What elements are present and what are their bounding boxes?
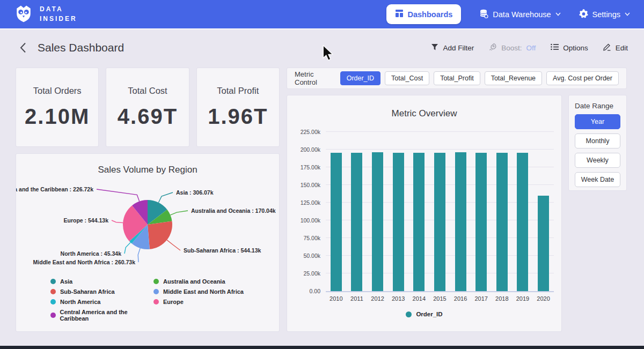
- options-label: Options: [563, 44, 588, 52]
- page-title: Sales Dashboard: [38, 41, 124, 54]
- edit-button[interactable]: Edit: [603, 43, 628, 53]
- database-icon: [479, 9, 488, 20]
- bar-2016[interactable]: [455, 152, 466, 291]
- metric-chip-total-revenue[interactable]: Total_Revenue: [485, 71, 542, 85]
- legend-item-north-america[interactable]: North America: [50, 299, 153, 305]
- legend-dot: [50, 313, 56, 318]
- date-range-monthly[interactable]: Monthly: [575, 133, 620, 148]
- legend-label: Middle East and North Africa: [163, 288, 244, 295]
- bar-2011[interactable]: [351, 153, 362, 291]
- date-range-year[interactable]: Year: [575, 114, 620, 129]
- pie-callout-label: Australia and Oceania : 170.04k: [191, 207, 276, 214]
- bar-2010[interactable]: [331, 153, 342, 291]
- date-range-weekly[interactable]: Weekly: [575, 153, 620, 168]
- options-button[interactable]: Options: [551, 43, 588, 52]
- legend-dot: [153, 299, 159, 305]
- pie-leader-line: [167, 240, 180, 250]
- pie-callout-label: North America : 45.34k: [61, 250, 122, 257]
- top-navbar: DATA INSIDER Dashboards: [0, 0, 644, 29]
- bar-2018[interactable]: [496, 153, 508, 291]
- bar-2020[interactable]: [538, 196, 549, 291]
- pie-callout-label: Middle East and North Africa : 260.73k: [33, 259, 136, 265]
- kpi-label: Total Profit: [217, 86, 259, 96]
- dashboards-button[interactable]: Dashboards: [386, 4, 462, 24]
- data-warehouse-label: Data Warehouse: [493, 10, 551, 19]
- kpi-card: Total Cost4.69T: [106, 68, 188, 146]
- boost-toggle[interactable]: Boost: Off: [489, 43, 536, 53]
- legend-item-middle-east-and-north-africa[interactable]: Middle East and North Africa: [153, 288, 244, 295]
- kpi-label: Total Orders: [33, 86, 82, 96]
- x-tick-label: 2015: [430, 295, 449, 302]
- bar-2019[interactable]: [517, 153, 528, 291]
- legend-label: North America: [60, 299, 100, 305]
- x-tick-label: 2013: [389, 295, 407, 302]
- legend-dot: [153, 289, 159, 294]
- legend-item-asia[interactable]: Asia: [50, 278, 153, 285]
- bar-chart-x-axis: 2010201120122013201420152016201720182019…: [326, 295, 554, 302]
- pie-leader-line: [170, 211, 188, 215]
- bottom-strip: [0, 346, 644, 349]
- brand-logo: DATA INSIDER: [14, 4, 77, 25]
- bar-chart-plot: 225.00k200.00k175.00k150.00k125.00k100.0…: [326, 129, 554, 292]
- bar-2013[interactable]: [393, 153, 404, 291]
- add-filter-label: Add Filter: [443, 44, 474, 52]
- bar-2017[interactable]: [475, 153, 487, 291]
- legend-label: Australia and Oceania: [163, 278, 225, 285]
- pie-slice-sub-saharan-africa[interactable]: [148, 221, 172, 249]
- legend-item-australia-and-oceania[interactable]: Australia and Oceania: [153, 278, 244, 285]
- kpi-label: Total Cost: [128, 86, 167, 96]
- pie-callout-label: Central America and the Caribbean : 226.…: [16, 186, 93, 192]
- chevron-down-icon: [555, 11, 561, 17]
- y-tick-label: 100.00k: [301, 217, 320, 224]
- legend-label: Central America and the Caribbean: [60, 309, 153, 322]
- y-tick-label: 50.00k: [303, 253, 320, 259]
- bar-chart-legend[interactable]: Order_ID: [287, 311, 561, 317]
- page-header: Sales Dashboard Add Filter Boost: Off: [0, 29, 644, 66]
- x-tick-label: 2020: [535, 295, 553, 302]
- chevron-down-icon: [625, 11, 630, 17]
- legend-item-europe[interactable]: Europe: [153, 299, 244, 305]
- legend-item-sub-saharan-africa[interactable]: Sub-Saharan Africa: [50, 288, 153, 295]
- metric-chips: Order_IDTotal_CostTotal_ProfitTotal_Reve…: [340, 71, 619, 85]
- y-tick-label: 25.00k: [303, 270, 320, 277]
- date-range-week-date[interactable]: Week Date: [575, 172, 620, 187]
- data-warehouse-menu[interactable]: Data Warehouse: [479, 9, 560, 20]
- pie-leader-line: [138, 248, 140, 262]
- sales-volume-card: Sales Volume by Region Asia : 306.07kAus…: [16, 154, 279, 331]
- owl-logo-icon: [14, 4, 33, 25]
- x-tick-label: 2019: [514, 295, 532, 302]
- legend-dot: [50, 279, 56, 284]
- date-range-card: Date Range YearMonthlyWeeklyWeek Date: [569, 95, 626, 190]
- kpi-value: 4.69T: [118, 105, 178, 129]
- pie-chart-legend: AsiaSub-Saharan AfricaNorth AmericaCentr…: [50, 278, 279, 322]
- x-tick-label: 2014: [410, 295, 428, 302]
- pie-leader-line: [158, 192, 173, 203]
- back-button[interactable]: [16, 41, 30, 55]
- pie-leader-line: [125, 242, 130, 254]
- pie-chart: Asia : 306.07kAustralia and Oceania : 17…: [16, 177, 277, 274]
- header-toolbar: Add Filter Boost: Off Options: [431, 43, 628, 53]
- kpi-value: 2.10M: [25, 105, 90, 129]
- metric-chip-total-profit[interactable]: Total_Profit: [434, 71, 480, 85]
- metric-chip-total-cost[interactable]: Total_Cost: [385, 71, 429, 85]
- metric-chip-avg-cost-per-order[interactable]: Avg. Cost per Order: [546, 71, 619, 85]
- dashboards-label: Dashboards: [408, 10, 453, 19]
- bar-2015[interactable]: [434, 153, 445, 291]
- pie-chart-title: Sales Volume by Region: [16, 154, 279, 175]
- bar-2012[interactable]: [372, 152, 383, 291]
- metric-overview-card: Metric Overview 225.00k200.00k175.00k150…: [287, 95, 561, 331]
- metric-chip-order-id[interactable]: Order_ID: [340, 71, 380, 85]
- legend-item-central-america-and-the-caribbean[interactable]: Central America and the Caribbean: [50, 309, 153, 322]
- gear-icon: [579, 9, 588, 20]
- bar-2014[interactable]: [413, 153, 425, 291]
- pie-leader-line: [97, 189, 140, 202]
- navbar-menu: Dashboards Data Warehouse: [386, 4, 631, 24]
- legend-dot: [153, 279, 159, 284]
- settings-menu[interactable]: Settings: [579, 9, 630, 20]
- dashboards-grid-icon: [395, 9, 404, 19]
- legend-label: Europe: [163, 299, 184, 305]
- legend-dot: [50, 289, 56, 294]
- kpi-card: Total Orders2.10M: [16, 68, 98, 146]
- add-filter-button[interactable]: Add Filter: [431, 43, 474, 53]
- metric-control-bar: Metric Control Order_IDTotal_CostTotal_P…: [287, 68, 626, 88]
